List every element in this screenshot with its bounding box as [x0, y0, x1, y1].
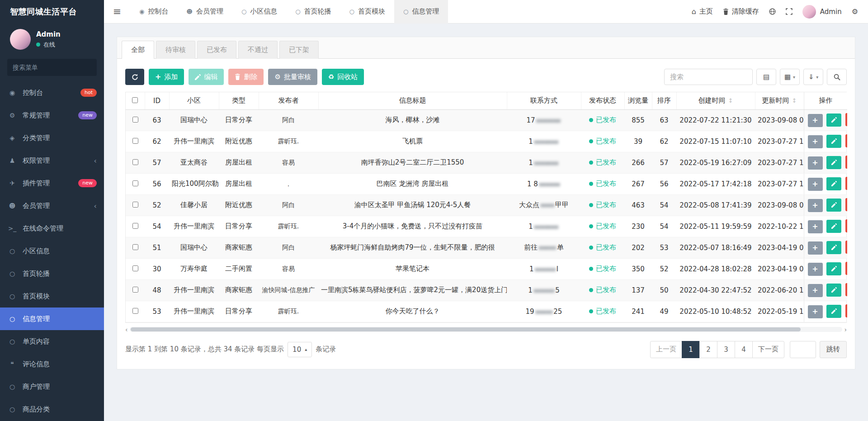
- delete-row-button[interactable]: [845, 198, 847, 211]
- sidebar-item-category-management[interactable]: ◈ 分类管理: [0, 127, 104, 149]
- sidebar-item-permission-management[interactable]: ♟ 权限管理 ‹: [0, 149, 104, 172]
- page-button-2[interactable]: 2: [699, 341, 717, 358]
- select-all-checkbox[interactable]: [132, 97, 138, 103]
- sidebar-item-community-info[interactable]: ○ 小区信息: [0, 240, 104, 262]
- scrollbar-thumb[interactable]: [131, 327, 801, 331]
- edit-row-button[interactable]: [826, 156, 841, 169]
- clear-cache-link[interactable]: 清除缓存: [723, 7, 759, 16]
- next-page-button[interactable]: 下一页: [752, 341, 784, 358]
- expand-row-button[interactable]: +: [808, 263, 823, 276]
- edit-row-button[interactable]: [826, 114, 841, 127]
- edit-row-button[interactable]: [826, 241, 841, 254]
- delete-row-button[interactable]: [845, 156, 847, 169]
- filter-tab-published[interactable]: 已发布: [197, 41, 236, 59]
- topnav-tab-info-management[interactable]: ○ 信息管理: [394, 0, 448, 24]
- scrollbar-track[interactable]: [130, 327, 843, 332]
- topnav-tab-console[interactable]: ◉ 控制台: [130, 0, 177, 24]
- filter-tab-all[interactable]: 全部: [122, 41, 154, 59]
- column-header-created[interactable]: 创建时间↕: [676, 92, 755, 109]
- sidebar-item-merchant-management[interactable]: ○ 商户管理: [0, 375, 104, 398]
- sidebar-item-home-module[interactable]: ○ 首页模块: [0, 285, 104, 307]
- sidebar-item-online-command[interactable]: >_ 在线命令管理: [0, 217, 104, 240]
- column-header-updated[interactable]: 更新时间↕: [755, 92, 804, 109]
- delete-row-button[interactable]: [845, 304, 847, 317]
- expand-row-button[interactable]: +: [808, 241, 823, 255]
- delete-row-button[interactable]: [845, 134, 847, 147]
- page-button-1[interactable]: 1: [682, 341, 700, 358]
- delete-row-button[interactable]: [845, 241, 847, 254]
- jump-page-input[interactable]: [790, 341, 816, 358]
- fullscreen-button[interactable]: [786, 8, 793, 15]
- page-button-4[interactable]: 4: [735, 341, 753, 358]
- recycle-button[interactable]: ♻ 回收站: [322, 69, 364, 85]
- sidebar-item-home-carousel[interactable]: ○ 首页轮播: [0, 262, 104, 285]
- topnav-tab-member-management[interactable]: ☻ 会员管理: [177, 0, 232, 24]
- language-button[interactable]: [769, 8, 776, 15]
- edit-row-button[interactable]: [826, 262, 841, 275]
- user-menu[interactable]: Admin: [802, 5, 842, 19]
- edit-row-button[interactable]: [826, 199, 841, 212]
- expand-row-button[interactable]: +: [808, 284, 823, 297]
- filter-tab-pending[interactable]: 待审核: [156, 41, 195, 59]
- sidebar-toggle-button[interactable]: ≡: [104, 0, 130, 24]
- topnav-tab-home-carousel[interactable]: ○ 首页轮播: [286, 0, 340, 24]
- scroll-right-icon[interactable]: ›: [844, 326, 847, 333]
- topnav-tab-community-info[interactable]: ○ 小区信息: [232, 0, 286, 24]
- row-checkbox[interactable]: [132, 159, 138, 165]
- refresh-button[interactable]: [125, 69, 144, 85]
- row-checkbox[interactable]: [132, 138, 138, 144]
- sidebar-item-general-management[interactable]: ⚙ 常规管理 new: [0, 104, 104, 127]
- scroll-left-icon[interactable]: ‹: [125, 326, 128, 333]
- sidebar-search-input[interactable]: [13, 64, 91, 71]
- sidebar-item-plugin-management[interactable]: ✈ 插件管理 new: [0, 172, 104, 194]
- expand-row-button[interactable]: +: [808, 220, 823, 233]
- toggle-view-button[interactable]: ▤: [756, 69, 776, 85]
- delete-row-button[interactable]: [845, 219, 847, 232]
- sidebar-item-info-management[interactable]: ○ 信息管理: [0, 307, 104, 330]
- sort-icon[interactable]: ↕: [728, 97, 733, 104]
- sidebar-item-member-management[interactable]: ☻ 会员管理 ‹: [0, 194, 104, 217]
- search-submit-button[interactable]: [827, 69, 847, 85]
- columns-button[interactable]: ▦▾: [780, 69, 800, 85]
- expand-row-button[interactable]: +: [808, 199, 823, 212]
- table-search-input[interactable]: [664, 69, 753, 85]
- expand-row-button[interactable]: +: [808, 135, 823, 148]
- edit-row-button[interactable]: [826, 135, 841, 148]
- sidebar-item-goods-category[interactable]: ○ 商品分类: [0, 398, 104, 421]
- filter-tab-removed[interactable]: 已下架: [279, 41, 319, 59]
- sidebar-item-console[interactable]: ◉ 控制台 hot: [0, 81, 104, 104]
- user-avatar[interactable]: [10, 29, 31, 50]
- edit-row-button[interactable]: [826, 284, 841, 297]
- home-link[interactable]: ⌂ 主页: [692, 7, 713, 16]
- row-checkbox[interactable]: [132, 223, 138, 229]
- row-checkbox[interactable]: [132, 117, 138, 123]
- row-checkbox[interactable]: [132, 308, 138, 314]
- sort-icon[interactable]: ↕: [792, 97, 797, 104]
- page-size-select[interactable]: 10 ▴: [288, 342, 312, 357]
- jump-button[interactable]: 跳转: [820, 341, 847, 358]
- edit-row-button[interactable]: [826, 220, 841, 233]
- expand-row-button[interactable]: +: [808, 156, 823, 170]
- delete-row-button[interactable]: [845, 283, 847, 296]
- filter-tab-rejected[interactable]: 不通过: [238, 41, 278, 59]
- prev-page-button[interactable]: 上一页: [650, 341, 682, 358]
- expand-row-button[interactable]: +: [808, 114, 823, 127]
- export-button[interactable]: ⇓▾: [803, 69, 823, 85]
- sidebar-item-comment-info[interactable]: ❝ 评论信息: [0, 353, 104, 375]
- delete-row-button[interactable]: [845, 177, 847, 190]
- delete-row-button[interactable]: [845, 113, 847, 126]
- topnav-tab-home-module[interactable]: ○ 首页模块: [340, 0, 394, 24]
- expand-row-button[interactable]: +: [808, 305, 823, 318]
- row-checkbox[interactable]: [132, 265, 138, 271]
- row-checkbox[interactable]: [132, 202, 138, 208]
- edit-row-button[interactable]: [826, 305, 841, 318]
- row-checkbox[interactable]: [132, 244, 138, 250]
- settings-button[interactable]: ⚙: [852, 8, 858, 15]
- page-button-3[interactable]: 3: [717, 341, 735, 358]
- add-button[interactable]: + 添加: [149, 69, 184, 85]
- delete-button[interactable]: 删除: [228, 69, 264, 85]
- delete-row-button[interactable]: [845, 262, 847, 275]
- row-checkbox[interactable]: [132, 180, 138, 186]
- batch-audit-button[interactable]: ⚙ 批量审核: [268, 69, 317, 85]
- edit-button[interactable]: 编辑: [189, 69, 224, 85]
